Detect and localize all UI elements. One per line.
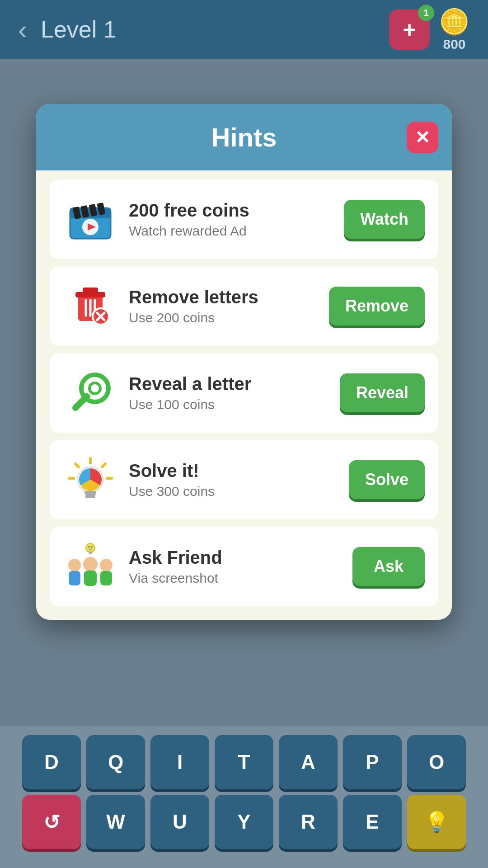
svg-point-29 [86,543,95,552]
key-T[interactable]: T [215,735,273,789]
key-O[interactable]: O [407,735,466,789]
modal-body: 200 free coins Watch rewarded Ad Watch [36,170,452,620]
keyboard-area: D Q I T A P O ↺ W U Y R E 💡 [0,726,488,868]
clapboard-icon [66,194,115,244]
lightbulb-icon-area [63,453,117,507]
svg-rect-30 [89,552,92,554]
trash-icon [66,281,115,331]
hint-text-watch: 200 free coins Watch rewarded Ad [129,200,333,239]
svg-rect-36 [84,571,97,586]
hint-sub-ask: Via screenshot [129,571,341,586]
badge-count: 1 [418,5,434,21]
trash-icon-area [63,279,117,333]
key-I[interactable]: I [150,735,209,789]
hint-title-ask: Ask Friend [129,547,341,568]
hint-row-reveal: Reveal a letter Use 100 coins Reveal [50,353,438,433]
coins-icon: 🪙 [439,7,470,37]
plus-icon: + [403,18,416,41]
key-R[interactable]: R [279,795,338,849]
key-refresh[interactable]: ↺ [22,795,81,849]
hint-sub-watch: Watch rewarded Ad [129,223,333,239]
svg-rect-27 [84,491,96,495]
plus-badge[interactable]: + 1 [389,9,430,50]
svg-line-23 [102,464,105,467]
hint-row-ask: Ask Friend Via screenshot Ask [50,527,438,606]
svg-point-31 [88,546,90,548]
coins-value: 800 [443,37,465,52]
back-button[interactable]: ‹ [18,14,27,45]
hint-title-remove: Remove letters [129,287,318,307]
reveal-button[interactable]: Reveal [340,373,425,412]
hint-sub-remove: Use 200 coins [129,310,318,326]
svg-rect-10 [83,288,98,293]
hint-sub-reveal: Use 100 coins [129,397,328,412]
key-P[interactable]: P [343,735,402,789]
hint-sub-solve: Use 300 coins [129,484,338,499]
hint-row-remove: Remove letters Use 200 coins Remove [50,266,438,346]
hint-title-solve: Solve it! [129,461,338,481]
watch-button[interactable]: Watch [344,200,425,239]
key-W[interactable]: W [86,795,145,849]
svg-rect-38 [100,571,112,585]
hint-row-solve: Solve it! Use 300 coins Solve [50,440,438,519]
hint-title-watch: 200 free coins [129,200,333,221]
key-Y[interactable]: Y [215,795,273,849]
svg-point-32 [91,546,93,548]
magnify-icon [66,368,115,418]
hint-row-watch: 200 free coins Watch rewarded Ad Watch [50,179,438,259]
svg-line-22 [75,464,79,467]
close-icon: ✕ [415,127,430,148]
hints-modal: Hints ✕ [36,104,452,620]
level-title: Level 1 [41,16,117,43]
hint-title-reveal: Reveal a letter [129,374,328,394]
clapboard-icon-area [63,192,117,246]
svg-point-37 [100,559,113,571]
modal-title: Hints [211,123,277,152]
key-D[interactable]: D [22,735,81,789]
hint-text-solve: Solve it! Use 300 coins [129,461,338,499]
hint-text-reveal: Reveal a letter Use 100 coins [129,374,328,412]
svg-rect-34 [69,571,80,585]
key-Q[interactable]: Q [86,735,145,789]
modal-header: Hints ✕ [36,104,452,170]
solve-button[interactable]: Solve [349,460,425,499]
keyboard-row-2: ↺ W U Y R E 💡 [5,795,483,849]
close-button[interactable]: ✕ [407,122,438,153]
top-bar: ‹ Level 1 + 1 🪙 800 [0,0,488,59]
friends-icon [63,542,117,591]
svg-point-33 [68,559,81,571]
hint-text-remove: Remove letters Use 200 coins [129,287,318,326]
svg-point-35 [83,557,98,571]
lightbulb-icon [66,455,115,505]
key-A[interactable]: A [279,735,338,789]
svg-rect-28 [85,495,95,498]
hint-text-ask: Ask Friend Via screenshot [129,547,341,586]
key-E[interactable]: E [343,795,402,849]
key-hint[interactable]: 💡 [407,795,466,849]
ask-button[interactable]: Ask [352,547,425,586]
keyboard-row-1: D Q I T A P O [5,735,483,789]
coins-area: 🪙 800 [439,7,470,52]
key-U[interactable]: U [150,795,209,849]
friends-icon-area [63,539,117,594]
remove-button[interactable]: Remove [329,287,425,326]
top-right-area: + 1 🪙 800 [389,7,470,52]
magnify-icon-area [63,366,117,420]
